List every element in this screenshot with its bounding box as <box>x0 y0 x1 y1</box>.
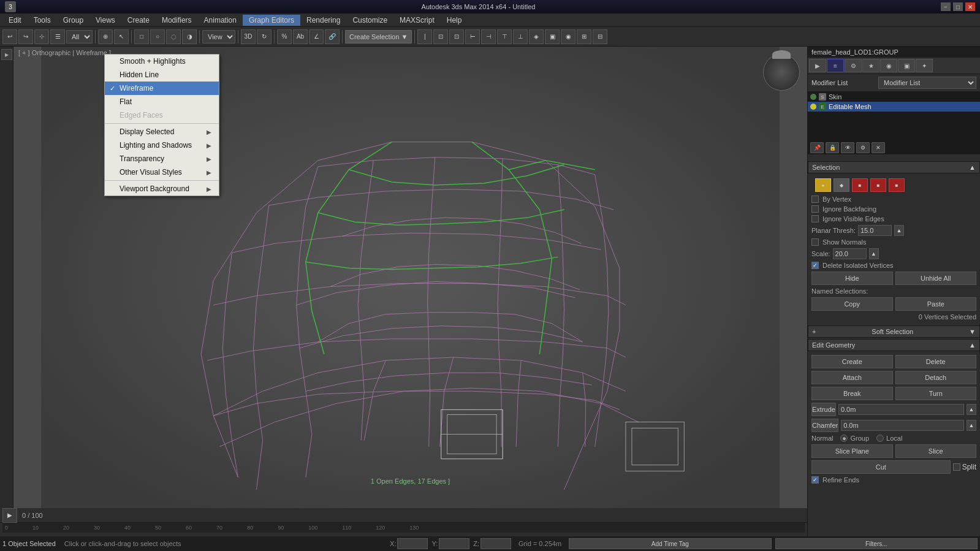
ctx-hidden-line[interactable]: Hidden Line <box>105 68 219 82</box>
menu-edit[interactable]: Edit <box>2 15 28 26</box>
menu-tools[interactable]: Tools <box>28 15 57 26</box>
planar-threshold-input[interactable] <box>858 225 892 236</box>
sel-icon-vertex[interactable]: ● <box>815 178 831 192</box>
toolbar-window[interactable]: □ <box>134 29 149 44</box>
scale-input[interactable] <box>833 248 867 259</box>
play-btn[interactable]: ▶ <box>2 508 17 523</box>
stack-icon-show[interactable]: 👁 <box>841 142 854 153</box>
stack-icon-config[interactable]: ⚙ <box>856 142 870 153</box>
planar-threshold-spinup[interactable]: ▲ <box>894 225 904 236</box>
toolbar-percent[interactable]: % <box>277 29 292 44</box>
sel-icon-poly[interactable]: ■ <box>870 178 886 192</box>
minimize-button[interactable]: − <box>941 2 951 11</box>
extrude-input[interactable] <box>838 404 964 415</box>
viewport-select[interactable]: View <box>202 30 235 44</box>
menu-graph-editors[interactable]: Graph Editors <box>243 15 300 26</box>
ctx-transparency[interactable]: Transparency ▶ <box>105 152 219 165</box>
menu-views[interactable]: Views <box>89 15 121 26</box>
cmd-display[interactable]: ◉ <box>880 59 897 72</box>
x-input[interactable] <box>397 538 428 549</box>
scale-spinup[interactable]: ▲ <box>869 248 879 259</box>
turn-btn[interactable]: Turn <box>895 387 977 400</box>
toolbar-move[interactable]: ⊕ <box>98 29 113 44</box>
toolbar-select[interactable]: ⊹ <box>34 29 49 44</box>
break-btn[interactable]: Break <box>811 387 893 400</box>
ctx-flat[interactable]: Flat <box>105 95 219 108</box>
ctx-viewport-background[interactable]: Viewport Background ▶ <box>105 182 219 196</box>
ctx-smooth-highlights[interactable]: Smooth + Highlights <box>105 55 219 68</box>
sel-icon-element[interactable]: ■ <box>889 178 905 192</box>
toolbar-extra11[interactable]: ⊞ <box>577 29 591 44</box>
delete-btn[interactable]: Delete <box>895 355 977 368</box>
menu-group[interactable]: Group <box>57 15 89 26</box>
y-input[interactable] <box>439 538 469 549</box>
sel-icon-border[interactable]: ■ <box>852 178 868 192</box>
cmd-extra[interactable]: ✦ <box>916 59 933 72</box>
menu-create[interactable]: Create <box>121 15 156 26</box>
filter-dropdown[interactable]: All <box>66 30 93 44</box>
extrude-spinup[interactable]: ▲ <box>967 404 976 415</box>
cmd-utilities[interactable]: ▣ <box>898 59 915 72</box>
cmd-motion[interactable]: ★ <box>862 59 879 72</box>
toolbar-undo[interactable]: ↩ <box>2 29 17 44</box>
toolbar-3d[interactable]: 3D <box>241 29 256 44</box>
add-time-tag-btn[interactable]: Add Time Tag <box>569 538 771 549</box>
menu-maxscript[interactable]: MAXScript <box>393 15 441 26</box>
maximize-button[interactable]: □ <box>953 2 963 11</box>
toolbar-extra6[interactable]: ⊤ <box>497 29 512 44</box>
ctx-display-selected[interactable]: Display Selected ▶ <box>105 125 219 139</box>
create-selection-btn[interactable]: Create Selection ▼ <box>345 30 412 44</box>
split-chk[interactable] <box>953 463 960 471</box>
stack-icon-remove[interactable]: ✕ <box>872 142 885 153</box>
cmd-create[interactable]: ▶ <box>809 59 826 72</box>
slice-btn[interactable]: Slice <box>895 444 977 458</box>
modifier-editable-mesh[interactable]: E Editable Mesh <box>808 102 980 112</box>
detach-btn[interactable]: Detach <box>895 371 977 384</box>
toolbar-extra7[interactable]: ⊥ <box>513 29 528 44</box>
menu-help[interactable]: Help <box>441 15 468 26</box>
copy-btn[interactable]: Copy <box>811 297 893 311</box>
toolbar-paint[interactable]: ◑ <box>182 29 197 44</box>
toolbar-circle[interactable]: ○ <box>150 29 165 44</box>
chamfer-input[interactable] <box>841 420 964 431</box>
soft-selection-header[interactable]: + Soft Selection ▼ <box>808 325 980 338</box>
toolbar-extra9[interactable]: ▣ <box>545 29 560 44</box>
toolbar-extra12[interactable]: ⊟ <box>593 29 607 44</box>
delete-isolated-chk[interactable] <box>811 262 819 269</box>
toolbar-extra1[interactable]: | <box>417 29 432 44</box>
menu-customize[interactable]: Customize <box>346 15 393 26</box>
selection-section-header[interactable]: Selection ▲ <box>808 161 980 173</box>
toolbar-extra5[interactable]: ⊣ <box>481 29 496 44</box>
ctx-other-visual[interactable]: Other Visual Styles ▶ <box>105 165 219 179</box>
attach-btn[interactable]: Attach <box>811 371 893 384</box>
z-input[interactable] <box>481 538 511 549</box>
toolbar-cursor[interactable]: ↖ <box>114 29 129 44</box>
toolbar-link[interactable]: 🔗 <box>325 29 340 44</box>
toolbar-extra3[interactable]: ⊡ <box>449 29 464 44</box>
by-vertex-chk[interactable] <box>811 196 819 203</box>
menu-modifiers[interactable]: Modifiers <box>156 15 198 26</box>
create-btn[interactable]: Create <box>811 355 893 368</box>
chamfer-btn[interactable]: Chamfer <box>811 419 838 432</box>
ctx-lighting-shadows[interactable]: Lighting and Shadows ▶ <box>105 139 219 152</box>
ctx-edged-faces[interactable]: Edged Faces <box>105 108 219 122</box>
stack-icon-active[interactable]: 🔒 <box>826 142 839 153</box>
modifier-skin[interactable]: S Skin <box>808 92 980 102</box>
extrude-btn[interactable]: Extrude <box>811 403 836 416</box>
ignore-backfacing-chk[interactable] <box>811 205 819 213</box>
cut-btn[interactable]: Cut <box>811 460 951 474</box>
group-radio[interactable]: ● <box>840 435 848 442</box>
toolbar-filter[interactable]: ☰ <box>50 29 65 44</box>
ctx-wireframe[interactable]: Wireframe <box>105 82 219 95</box>
left-play-btn[interactable]: ▶ <box>1 49 12 60</box>
toolbar-abs[interactable]: Ab <box>293 29 308 44</box>
hide-btn[interactable]: Hide <box>811 272 893 285</box>
refine-ends-chk[interactable] <box>811 476 819 484</box>
toolbar-extra2[interactable]: ⊡ <box>433 29 448 44</box>
show-normals-chk[interactable] <box>811 238 819 246</box>
stack-icon-pin[interactable]: 📌 <box>810 142 824 153</box>
chamfer-spinup[interactable]: ▲ <box>967 420 976 431</box>
toolbar-extra4[interactable]: ⊢ <box>465 29 480 44</box>
menu-rendering[interactable]: Rendering <box>300 15 346 26</box>
toolbar-redo[interactable]: ↪ <box>18 29 33 44</box>
